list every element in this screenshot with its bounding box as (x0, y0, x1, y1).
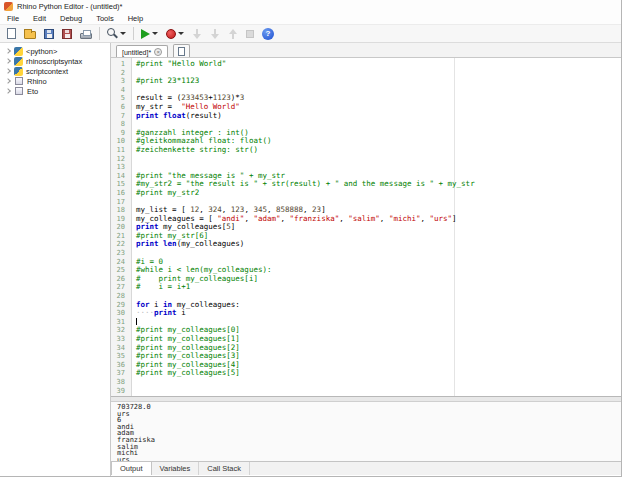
chevron-right-icon[interactable] (5, 48, 11, 54)
save-all-button[interactable] (59, 27, 75, 41)
search-button[interactable] (104, 26, 129, 41)
fold-margin (128, 86, 136, 95)
line-number: 37 (111, 369, 128, 378)
sidebar-item-scriptcontext[interactable]: scriptcontext (0, 66, 110, 76)
sidebar-item-rhinoscriptsyntax[interactable]: rhinoscriptsyntax (0, 56, 110, 66)
open-folder-button[interactable] (21, 26, 39, 41)
dropdown-arrow-icon[interactable] (178, 32, 184, 35)
code-line: 23 (111, 249, 621, 258)
fold-margin (128, 258, 136, 267)
code-line: 3#print 23*1123 (111, 77, 621, 86)
debug-button[interactable] (163, 27, 187, 41)
menu-tools[interactable]: Tools (89, 13, 121, 24)
new-file-icon (178, 47, 185, 56)
help-icon (262, 28, 274, 40)
fold-margin (128, 387, 136, 396)
save-button[interactable] (41, 27, 57, 41)
code-text: ····print i (136, 309, 186, 318)
menu-debug[interactable]: Debug (53, 13, 89, 24)
panel-tab-variables[interactable]: Variables (152, 462, 200, 475)
print-button[interactable] (77, 26, 95, 41)
dropdown-arrow-icon[interactable] (152, 32, 158, 35)
fold-margin (128, 266, 136, 275)
open-folder-icon (24, 31, 36, 39)
output-line: salim (117, 444, 621, 451)
panel-tab-output[interactable]: Output (111, 462, 152, 475)
menu-file[interactable]: File (0, 13, 26, 24)
tab-untitled[interactable]: [untitled]* (116, 45, 168, 57)
chevron-right-icon[interactable] (5, 78, 11, 84)
run-button[interactable] (138, 27, 161, 41)
line-number: 9 (111, 129, 128, 138)
output-line: urs (117, 411, 621, 418)
window-title: Rhino Python Editor - (untitled)* (17, 2, 122, 11)
editor-tab-bar: [untitled]* (111, 43, 621, 58)
output-line: franziska (117, 437, 621, 444)
line-number: 17 (111, 198, 128, 207)
code-text: #print my_str2 (136, 189, 199, 198)
line-number: 21 (111, 232, 128, 241)
fold-margin (128, 60, 136, 69)
code-line: 22print len(my_colleagues) (111, 240, 621, 249)
line-number: 34 (111, 344, 128, 353)
dropdown-arrow-icon[interactable] (120, 32, 126, 35)
close-tab-icon[interactable] (154, 48, 162, 56)
code-text: #print 23*1123 (136, 77, 199, 86)
output-line: 6 (117, 417, 621, 424)
menu-edit[interactable]: Edit (26, 13, 53, 24)
output-line: 703728.0 (117, 404, 621, 411)
save-icon (44, 29, 54, 39)
help-button[interactable] (259, 26, 277, 42)
line-number: 30 (111, 309, 128, 318)
text-caret (136, 318, 137, 325)
sidebar-item-python[interactable]: <python> (0, 46, 110, 56)
toolbar-separator (99, 27, 100, 40)
fold-margin (128, 172, 136, 181)
line-number: 3 (111, 77, 128, 86)
code-text: print len(my_colleagues) (136, 240, 244, 249)
new-tab-button[interactable] (173, 44, 190, 57)
new-file-button[interactable] (4, 26, 19, 41)
line-number: 5 (111, 94, 128, 103)
output-panel[interactable]: 703728.0urs6andiadamfranziskasalimmichiu… (111, 402, 621, 461)
tab-label: [untitled]* (122, 49, 151, 56)
fold-margin (128, 215, 136, 224)
line-number: 18 (111, 206, 128, 215)
step-over-icon (210, 28, 220, 40)
step-out-icon (228, 28, 238, 40)
chevron-right-icon[interactable] (5, 68, 11, 74)
line-number: 2 (111, 69, 128, 78)
line-number: 1 (111, 60, 128, 69)
fold-margin (128, 77, 136, 86)
code-editor[interactable]: 1#print "Hello World"23#print 23*112345r… (111, 58, 621, 396)
panel-tab-call-stack[interactable]: Call Stack (199, 462, 250, 475)
line-number: 14 (111, 172, 128, 181)
stop-button (243, 28, 257, 40)
line-number: 8 (111, 120, 128, 129)
fold-margin (128, 275, 136, 284)
fold-margin (128, 103, 136, 112)
line-number: 16 (111, 189, 128, 198)
run-icon (141, 29, 150, 39)
line-number: 38 (111, 378, 128, 387)
stop-icon (246, 30, 254, 38)
step-into-icon (192, 28, 202, 40)
fold-margin (128, 326, 136, 335)
line-number: 27 (111, 283, 128, 292)
line-number: 33 (111, 335, 128, 344)
fold-margin (128, 69, 136, 78)
editor-pane: [untitled]* 1#print "Hello World"23#prin… (111, 43, 621, 476)
fold-margin (128, 352, 136, 361)
code-line: 16#print my_str2 (111, 189, 621, 198)
fold-margin (128, 318, 136, 327)
sidebar-item-rhino[interactable]: Rhino (0, 76, 110, 86)
chevron-right-icon[interactable] (5, 88, 11, 94)
namespace-icon (15, 87, 23, 95)
chevron-right-icon[interactable] (5, 58, 11, 64)
line-number: 22 (111, 240, 128, 249)
fold-margin (128, 198, 136, 207)
sidebar-item-eto[interactable]: Eto (0, 86, 110, 96)
line-number: 4 (111, 86, 128, 95)
menu-help[interactable]: Help (121, 13, 150, 24)
python-module-icon (14, 47, 23, 56)
